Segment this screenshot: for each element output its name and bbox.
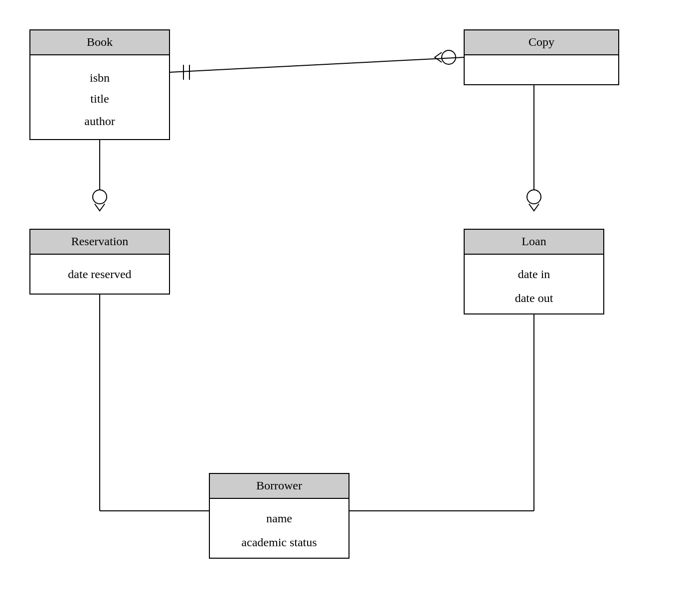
copy-title: Copy (528, 35, 554, 48)
book-attr-title: title (90, 92, 109, 105)
loan-body (464, 254, 604, 314)
borrower-entity: Borrower name academic status (209, 473, 349, 558)
reservation-title: Reservation (71, 235, 129, 248)
loan-title: Loan (521, 235, 546, 248)
svg-point-11 (527, 190, 541, 204)
reservation-attr-date-reserved: date reserved (68, 268, 131, 281)
borrower-attr-name: name (266, 512, 292, 525)
erd-diagram: Book isbn title author Copy Reservation … (0, 0, 692, 616)
borrower-title: Borrower (256, 479, 302, 492)
svg-point-7 (93, 190, 107, 204)
loan-attr-date-in: date in (518, 268, 550, 281)
borrower-body (209, 498, 349, 558)
book-attr-isbn: isbn (90, 71, 110, 84)
book-attr-author: author (84, 115, 115, 128)
loan-entity: Loan date in date out (464, 229, 604, 314)
borrower-attr-academic-status: academic status (241, 536, 317, 549)
book-entity: Book isbn title author (30, 30, 170, 140)
copy-entity: Copy (464, 30, 619, 85)
svg-point-3 (442, 50, 456, 64)
svg-line-0 (170, 57, 464, 72)
book-title: Book (87, 35, 113, 48)
reservation-entity: Reservation date reserved (30, 229, 170, 294)
loan-attr-date-out: date out (515, 292, 553, 305)
copy-body (464, 55, 619, 85)
